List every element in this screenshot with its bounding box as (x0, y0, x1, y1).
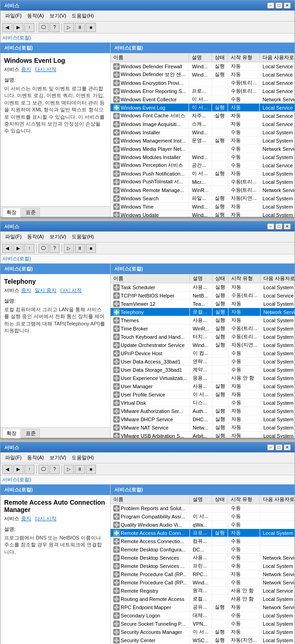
table-row[interactable]: Program Compatibility Assi...이 서...수동 (111, 512, 295, 521)
tab-표준[interactable]: 표준 (22, 208, 40, 217)
run-button[interactable]: ▷ (64, 23, 74, 32)
table-row[interactable]: User Experience Virtualizati...응용...사용 안… (111, 374, 295, 382)
table-row[interactable]: Windows Encryption Provi...수동(트리...Local… (111, 79, 295, 87)
table-row[interactable]: Security Accounts Manager이 서...실행자동Local… (111, 628, 295, 636)
forward-button[interactable]: ▶ (13, 244, 23, 253)
breadcrumb-item[interactable]: 서비스(로컬) (2, 255, 31, 262)
menu-item-파일(F)[interactable]: 파일(F) (2, 232, 24, 241)
help-button[interactable]: ? (50, 244, 60, 253)
col-header-상태[interactable]: 상태 (212, 274, 228, 283)
table-row[interactable]: Windows Error Reporting S...프로...수동(트리..… (111, 87, 295, 95)
table-row[interactable]: Windows Remote Manage...WinR...수동(트리...N… (111, 186, 295, 194)
table-row[interactable]: Windows Push Notification...이 서...실행자동Lo… (111, 170, 295, 178)
table-row[interactable]: Windows Image Acquisiti...스캐...자동Local S… (111, 120, 295, 128)
back-button[interactable]: ◀ (2, 244, 12, 253)
close-button[interactable]: ✕ (284, 2, 291, 9)
stop-button[interactable]: ■ (86, 465, 96, 474)
close-button[interactable]: ✕ (284, 223, 291, 230)
menu-item-동작(A)[interactable]: 동작(A) (24, 453, 47, 462)
menu-item-도움말(H)[interactable]: 도움말(H) (69, 232, 96, 241)
stop-button[interactable]: ■ (86, 244, 96, 253)
service-link-0[interactable]: 중지 (21, 66, 31, 73)
menu-item-보기(V)[interactable]: 보기(V) (47, 11, 69, 20)
show-hide-button[interactable]: 🖵 (39, 465, 49, 474)
table-row[interactable]: TCP/IP NetBIOS HelperNetB...실행수동(트리...Lo… (111, 292, 295, 300)
table-row[interactable]: Virtual Disk디스...수동Local System (111, 399, 295, 407)
table-row[interactable]: Secure Socket Tunneling P...VPN...수동Loca… (111, 620, 295, 628)
table-row[interactable]: User Data Storage_33bad1계약...수동Local Sys… (111, 366, 295, 374)
menu-item-동작(A)[interactable]: 동작(A) (24, 11, 47, 20)
table-row[interactable]: Windows Management Inst...운영...실행자동Local… (111, 137, 295, 145)
menu-item-보기(V)[interactable]: 보기(V) (47, 453, 69, 462)
table-row[interactable]: Windows PushToInstall 서...Micr...수동(트리..… (111, 178, 295, 186)
col-header-상태[interactable]: 상태 (212, 495, 228, 504)
table-row[interactable]: Telephony로컬...실행자동Network Service (111, 308, 295, 316)
col-header-시작 유형[interactable]: 시작 유형 (228, 53, 260, 62)
col-header-다음 사용자로 ![interactable]: 다음 사용자로 ! (260, 53, 295, 62)
table-row[interactable]: Windows Media Player Net...수동Network Ser… (111, 145, 295, 153)
service-link-0[interactable]: 중지 (21, 515, 31, 522)
up-button[interactable]: ↑ (24, 23, 34, 32)
col-header-시작 유형[interactable]: 시작 유형 (228, 274, 261, 283)
back-button[interactable]: ◀ (2, 465, 12, 474)
minimize-button[interactable]: − (267, 223, 274, 230)
help-button[interactable]: ? (50, 465, 60, 474)
service-link-1[interactable]: 다시 시작 (35, 66, 56, 73)
tab-확장[interactable]: 확장 (2, 429, 21, 438)
col-header-다음 사용자로 ![interactable]: 다음 사용자로 ! (261, 274, 295, 283)
table-row[interactable]: RPC Endpoint Mapper공유...실행자동Network Serv… (111, 603, 295, 611)
service-link-2[interactable]: 다시 시작 (60, 287, 82, 294)
menu-item-보기(V)[interactable]: 보기(V) (47, 232, 69, 241)
table-row[interactable]: Remote Desktop Services사용...수동Network Se… (111, 554, 295, 562)
forward-button[interactable]: ▶ (13, 465, 23, 474)
maximize-button[interactable]: □ (275, 223, 283, 230)
table-row[interactable]: Routing and Remote Access로컬...사용 안 함Loca… (111, 595, 295, 603)
table-row[interactable]: Windows Font Cache 서비스자주...실행자동Local Ser… (111, 112, 295, 120)
col-header-이름[interactable]: 이름 (111, 274, 190, 283)
table-row[interactable]: Secondary Logon대체...수동Local System (111, 611, 295, 620)
menu-item-동작(A)[interactable]: 동작(A) (24, 232, 47, 241)
table-row[interactable]: Time BrokerWinR...실행수동(트리...Local System (111, 325, 295, 333)
col-header-이름[interactable]: 이름 (111, 495, 190, 504)
table-row[interactable]: Security CenterWSC...실행자동(지연...Local Sys… (111, 636, 295, 644)
table-row[interactable]: Windows UpdateWind...실행자동Local System (111, 211, 295, 217)
table-row[interactable]: Remote Access Connectio...컴퓨...수동 (111, 537, 295, 545)
table-row[interactable]: Windows Event Collector이 서...수동Network S… (111, 95, 295, 104)
service-link-0[interactable]: 중지 (21, 287, 31, 294)
forward-button[interactable]: ▶ (13, 23, 23, 32)
close-button[interactable]: ✕ (284, 444, 291, 451)
table-row[interactable]: Remote Desktop Configura...DC...수동 (111, 545, 295, 554)
table-row[interactable]: Remote Access Auto Conn...프로...실행자동Local… (111, 529, 295, 537)
menu-item-도움말(H)[interactable]: 도움말(H) (69, 11, 96, 20)
show-hide-button[interactable]: 🖵 (39, 23, 49, 32)
table-row[interactable]: Remote Registry원격...사용 안 함Local Service (111, 587, 295, 595)
run-button[interactable]: ▷ (64, 244, 74, 253)
table-row[interactable]: Problem Reports and Solut...수동 (111, 504, 295, 512)
service-link-1[interactable]: 다시 시작 (35, 515, 56, 522)
table-row[interactable]: Windows Event Log이 서...실행자동Local Service (111, 104, 295, 112)
help-button[interactable]: ? (50, 23, 60, 32)
col-header-설명[interactable]: 설명 (189, 53, 212, 62)
col-header-이름[interactable]: 이름 (111, 53, 189, 62)
pause-button[interactable]: ⏸ (75, 23, 85, 32)
services-table[interactable]: 이름설명상태시작 유형다음 사용자로 !Task Scheduler사용...실… (111, 274, 295, 438)
table-row[interactable]: Remote Procedure Call (RP...RPC...자동Netw… (111, 570, 295, 578)
col-header-다음 사용자로 ![interactable]: 다음 사용자로 ! (260, 495, 295, 504)
table-row[interactable]: Windows Perception 서비스공간...수동Local Servi… (111, 161, 295, 170)
breadcrumb-item[interactable]: 서비스(로컬) (2, 34, 31, 41)
tab-표준[interactable]: 표준 (22, 429, 40, 438)
table-row[interactable]: VMware Authorization Ser...Auth...실행자동Lo… (111, 407, 295, 415)
table-row[interactable]: Task Scheduler사용...실행자동Local System (111, 283, 295, 292)
table-row[interactable]: Remote Procedure Call (RP...Wind...수동Net… (111, 578, 295, 587)
table-row[interactable]: Quality Windows Audio Vi...qWa...수동 (111, 521, 295, 529)
up-button[interactable]: ↑ (24, 244, 34, 253)
show-hide-button[interactable]: 🖵 (39, 244, 49, 253)
table-row[interactable]: Windows Modules InstallerWind...수동Local … (111, 153, 295, 161)
menu-item-파일(F)[interactable]: 파일(F) (2, 11, 24, 20)
col-header-설명[interactable]: 설명 (190, 495, 212, 504)
col-header-설명[interactable]: 설명 (190, 274, 212, 283)
table-row[interactable]: Themes사용...실행자동Local System (111, 316, 295, 325)
table-row[interactable]: Windows Search파일...실행자동(지연...Local Syste… (111, 194, 295, 203)
table-row[interactable]: Windows Defender FirewallWind...실행자동Loca… (111, 62, 295, 71)
pause-button[interactable]: ⏸ (75, 465, 85, 474)
